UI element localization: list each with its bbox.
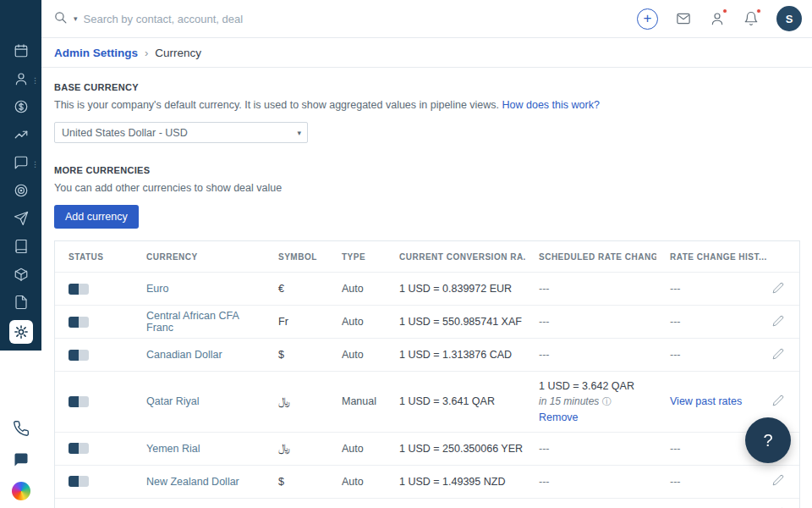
table-row: New Zealand Dollar $ Auto 1 USD = 1.4939…: [55, 465, 799, 498]
currency-type: Auto: [328, 499, 386, 508]
app-sidebar: ⋮ ⋮: [0, 0, 41, 508]
rate-history: ---: [656, 273, 767, 305]
user-avatar[interactable]: S: [776, 6, 802, 31]
search-scope-caret-icon[interactable]: ▾: [74, 14, 78, 23]
help-button[interactable]: ?: [745, 417, 791, 463]
notification-dot: [756, 8, 761, 14]
bell-icon[interactable]: [743, 10, 760, 27]
edit-pencil-icon[interactable]: [772, 395, 784, 409]
chat-widget-icon[interactable]: [11, 450, 31, 470]
scheduled-rate: ---: [525, 339, 656, 371]
currency-symbol: ﷼: [265, 433, 328, 465]
sidebar-item-deals[interactable]: [0, 94, 41, 122]
col-header-status: STATUS: [55, 252, 133, 262]
table-row: Canadian Dollar $ Auto 1 USD = 1.313876 …: [55, 338, 799, 371]
dollar-icon: [14, 99, 29, 118]
currency-name-link[interactable]: Canadian Dollar: [146, 349, 222, 361]
phone-widget-icon[interactable]: [11, 418, 31, 439]
sidebar-item-admin-settings[interactable]: [0, 318, 41, 345]
scheduled-rate: 1 USD = 3.642 QAR: [539, 378, 656, 394]
trend-chart-icon: [14, 127, 29, 146]
table-row: Central African CFA Franc Fr Auto 1 USD …: [55, 305, 799, 338]
status-toggle[interactable]: [69, 317, 89, 328]
notification-dot: [722, 8, 727, 14]
sidebar-nav: ⋮ ⋮: [0, 0, 41, 351]
status-toggle[interactable]: [69, 396, 89, 407]
base-currency-selected-value: United States Dollar - USD: [62, 127, 188, 139]
current-conversion-rate: 1 USD = 550.985741 XAF: [386, 306, 525, 338]
email-icon[interactable]: [675, 10, 692, 27]
base-currency-description-text: This is your company's default currency.…: [54, 99, 499, 111]
currency-type: Manual: [328, 385, 386, 417]
search-input[interactable]: [84, 13, 321, 25]
book-icon: [14, 239, 29, 257]
remove-scheduled-rate-link[interactable]: Remove: [539, 411, 579, 423]
add-currency-button[interactable]: Add currency: [54, 205, 139, 229]
currency-symbol: $: [265, 466, 328, 498]
currency-name-link[interactable]: Yemen Rial: [146, 443, 200, 455]
breadcrumb: Admin Settings › Currency: [41, 38, 812, 68]
edit-pencil-icon[interactable]: [772, 315, 784, 329]
scheduled-rate: ---: [525, 273, 656, 305]
col-header-type: TYPE: [328, 252, 386, 262]
sidebar-item-analytics[interactable]: [0, 122, 41, 150]
topbar-actions: + S: [637, 6, 804, 31]
breadcrumb-admin-settings-link[interactable]: Admin Settings: [54, 47, 138, 59]
scheduled-rate-time: in 15 minutes: [539, 395, 599, 407]
rate-history: ---: [656, 466, 767, 498]
edit-pencil-icon[interactable]: [772, 474, 784, 489]
current-conversion-rate: 1 USD = 1.313876 CAD: [386, 339, 525, 371]
rate-history: ---: [656, 306, 767, 338]
current-conversion-rate: 1 USD = 0.839972 EUR: [386, 273, 525, 305]
sidebar-item-documents[interactable]: [0, 290, 41, 318]
chevron-down-icon: ▾: [297, 129, 301, 137]
currencies-table: STATUS CURRENCY SYMBOL TYPE CURRENT CONV…: [54, 240, 800, 508]
send-icon: [14, 211, 29, 229]
status-toggle[interactable]: [69, 350, 89, 361]
gear-icon: [9, 320, 33, 344]
info-icon: ⓘ: [602, 396, 612, 406]
currency-name-link[interactable]: New Zealand Dollar: [146, 476, 239, 488]
chat-bubble-icon: [14, 155, 29, 174]
currency-type: Auto: [328, 433, 386, 465]
sidebar-item-activities[interactable]: [0, 38, 41, 66]
currency-name-link[interactable]: Central African CFA Franc: [146, 310, 265, 334]
sidebar-item-contacts[interactable]: ⋮: [0, 66, 41, 94]
contacts-activity-icon[interactable]: [709, 10, 726, 27]
currency-name-link[interactable]: Euro: [146, 283, 168, 295]
sidebar-item-knowledge-base[interactable]: [0, 234, 41, 262]
main-content: Admin Settings › Currency BASE CURRENCY …: [41, 38, 812, 508]
sidebar-item-conversations[interactable]: ⋮: [0, 150, 41, 178]
col-header-current-conversion: CURRENT CONVERSION RA...: [386, 252, 525, 262]
status-toggle[interactable]: [69, 284, 89, 295]
scheduled-rate: ---: [525, 466, 656, 498]
rate-history: ---: [656, 499, 767, 508]
more-currencies-description: You can add other currencies to show dea…: [54, 182, 800, 194]
currency-symbol: Fr: [265, 306, 328, 338]
view-past-rates-link[interactable]: View past rates: [670, 395, 742, 407]
status-toggle[interactable]: [69, 476, 89, 487]
sidebar-bottom-widgets: [0, 418, 41, 501]
current-conversion-rate: 1 USD = 1.49395 NZD: [386, 466, 525, 498]
edit-pencil-icon[interactable]: [772, 348, 784, 362]
sidebar-item-campaigns[interactable]: [0, 178, 41, 206]
col-header-scheduled-rate: SCHEDULED RATE CHANG...: [525, 252, 656, 262]
quick-add-button[interactable]: +: [637, 8, 658, 30]
base-currency-select[interactable]: United States Dollar - USD ▾: [54, 122, 308, 143]
more-currencies-heading: MORE CURRENCIES: [54, 165, 800, 175]
sidebar-item-outreach[interactable]: [0, 206, 41, 234]
status-toggle[interactable]: [69, 443, 89, 454]
base-currency-heading: BASE CURRENCY: [54, 82, 800, 92]
how-does-this-work-link[interactable]: How does this work?: [502, 99, 600, 111]
currency-type: Auto: [328, 339, 386, 371]
search-icon: [53, 10, 68, 28]
scheduled-rate-cell: 1 USD = 3.642 QAR in 15 minutes ⓘ Remove: [525, 372, 656, 432]
sidebar-item-products[interactable]: [0, 262, 41, 290]
currency-name-link[interactable]: Qatar Riyal: [146, 395, 200, 407]
current-conversion-rate: 1 USD = 250.350066 YER: [386, 433, 525, 465]
current-conversion-rate: 1 USD = 3.641 QAR: [386, 385, 525, 417]
freshworks-switcher-icon[interactable]: [11, 481, 31, 501]
edit-pencil-icon[interactable]: [772, 282, 784, 296]
person-icon: [14, 71, 29, 90]
breadcrumb-separator: ›: [145, 47, 148, 59]
